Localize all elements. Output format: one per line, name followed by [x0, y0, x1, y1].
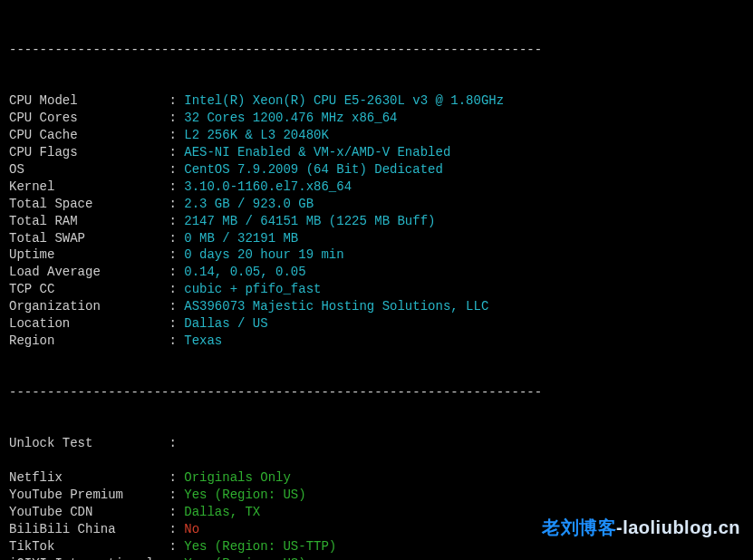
row-value: 2.3 GB / 923.0 GB [184, 197, 314, 211]
info-row: iQIYI International: Yes (Region: US) [9, 555, 744, 561]
colon: : [169, 179, 184, 194]
row-value: 0 days 20 hour 19 min [184, 247, 343, 262]
colon: : [169, 282, 184, 296]
row-value: 0.14, 0.05, 0.05 [184, 265, 305, 279]
colon: : [169, 316, 184, 331]
row-value: cubic + pfifo_fast [184, 282, 321, 296]
info-row: Total Space: 2.3 GB / 923.0 GB [9, 196, 744, 213]
row-label: CPU Model [9, 92, 169, 110]
colon: : [169, 522, 184, 536]
row-label: BiliBili China [9, 521, 169, 538]
row-label: OS [9, 161, 169, 179]
info-row: Load Average: 0.14, 0.05, 0.05 [9, 264, 744, 281]
divider: ----------------------------------------… [9, 384, 744, 401]
row-value: Texas [184, 333, 222, 348]
row-label: Total Space [9, 196, 169, 213]
colon: : [169, 214, 184, 228]
row-value: AES-NI Enabled & VM-x/AMD-V Enabled [184, 145, 450, 159]
row-label: Kernel [9, 179, 169, 196]
row-label: Total SWAP [9, 230, 169, 247]
info-row: BiliBili China: No [9, 521, 744, 538]
colon: : [169, 265, 184, 279]
info-row: Uptime: 0 days 20 hour 19 min [9, 246, 744, 264]
unlock-header: Unlock Test [9, 435, 169, 452]
row-value: Yes (Region: US-TTP) [184, 539, 336, 554]
info-row: OS: CentOS 7.9.2009 (64 Bit) Dedicated [9, 161, 744, 179]
colon: : [169, 231, 184, 246]
row-label: Region [9, 333, 169, 350]
system-info-section: CPU Model: Intel(R) Xeon(R) CPU E5-2630L… [9, 92, 744, 349]
colon: : [169, 162, 184, 177]
colon: : [169, 505, 184, 519]
info-row: Region: Texas [9, 333, 744, 350]
colon: : [169, 128, 184, 142]
info-row: TikTok: Yes (Region: US-TTP) [9, 538, 744, 555]
row-label: YouTube CDN [9, 504, 169, 521]
colon: : [169, 247, 184, 262]
colon: : [169, 333, 184, 348]
row-label: TCP CC [9, 281, 169, 298]
colon: : [169, 197, 184, 211]
row-value: 0 MB / 32191 MB [184, 231, 298, 246]
info-row: YouTube Premium: Yes (Region: US) [9, 487, 744, 504]
row-value: CentOS 7.9.2009 (64 Bit) Dedicated [184, 162, 443, 177]
row-value: L2 256K & L3 20480K [184, 128, 329, 142]
info-row: Total SWAP: 0 MB / 32191 MB [9, 230, 744, 247]
row-label: Location [9, 315, 169, 333]
info-row: Total RAM: 2147 MB / 64151 MB (1225 MB B… [9, 213, 744, 230]
row-value: 3.10.0-1160.el7.x86_64 [184, 179, 352, 194]
colon: : [169, 93, 184, 108]
row-label: iQIYI International [9, 555, 169, 561]
info-row: TCP CC: cubic + pfifo_fast [9, 281, 744, 298]
info-row: YouTube CDN: Dallas, TX [9, 504, 744, 521]
info-row: Kernel: 3.10.0-1160.el7.x86_64 [9, 179, 744, 196]
row-value: No [184, 522, 199, 536]
info-row: Netflix: Originals Only [9, 469, 744, 487]
info-row: Organization: AS396073 Majestic Hosting … [9, 298, 744, 315]
row-value: Dallas / US [184, 316, 267, 331]
row-value: Yes (Region: US) [184, 556, 305, 561]
colon: : [169, 539, 184, 554]
row-label: Total RAM [9, 213, 169, 230]
colon: : [169, 556, 184, 561]
info-row: CPU Cache: L2 256K & L3 20480K [9, 127, 744, 144]
row-label: Organization [9, 298, 169, 315]
row-label: YouTube Premium [9, 487, 169, 504]
info-row: CPU Model: Intel(R) Xeon(R) CPU E5-2630L… [9, 92, 744, 110]
row-label: Uptime [9, 246, 169, 264]
info-row: CPU Flags: AES-NI Enabled & VM-x/AMD-V E… [9, 144, 744, 161]
row-value: AS396073 Majestic Hosting Solutions, LLC [184, 299, 488, 314]
row-label: CPU Cache [9, 127, 169, 144]
colon: : [169, 145, 184, 159]
row-value: Originals Only [184, 470, 291, 485]
info-row: CPU Cores: 32 Cores 1200.476 MHz x86_64 [9, 110, 744, 127]
row-value: 2147 MB / 64151 MB (1225 MB Buff) [184, 214, 435, 228]
unlock-test-section: Netflix: Originals OnlyYouTube Premium: … [9, 469, 744, 560]
info-row: Location: Dallas / US [9, 315, 744, 333]
row-value: 32 Cores 1200.476 MHz x86_64 [184, 111, 397, 125]
terminal-output: ----------------------------------------… [0, 0, 753, 560]
row-value: Yes (Region: US) [184, 488, 305, 502]
row-label: CPU Flags [9, 144, 169, 161]
colon: : [169, 470, 184, 485]
colon: : [169, 299, 184, 314]
colon: : [169, 111, 184, 125]
unlock-header-row: Unlock Test: [9, 435, 744, 452]
row-value: Intel(R) Xeon(R) CPU E5-2630L v3 @ 1.80G… [184, 93, 504, 108]
colon: : [169, 488, 184, 502]
row-label: CPU Cores [9, 110, 169, 127]
row-value: Dallas, TX [184, 505, 260, 519]
row-label: Netflix [9, 469, 169, 487]
divider: ----------------------------------------… [9, 42, 744, 59]
row-label: Load Average [9, 264, 169, 281]
row-label: TikTok [9, 538, 169, 555]
